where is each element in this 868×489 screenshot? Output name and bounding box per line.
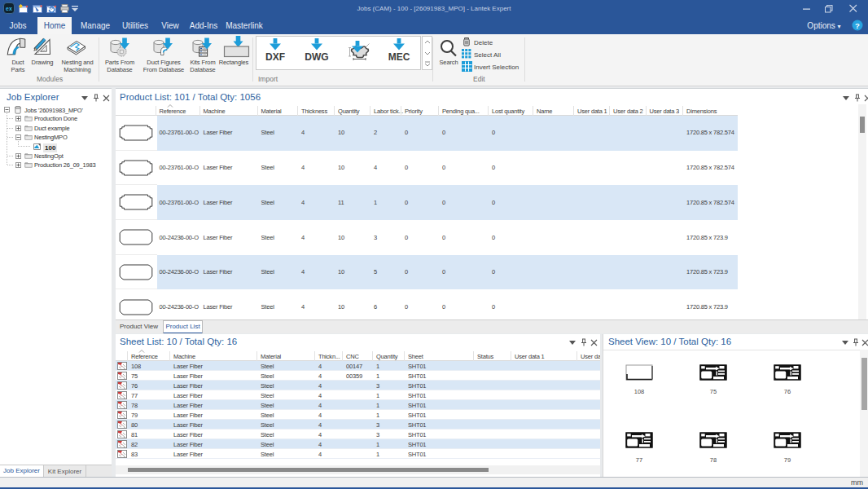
svg-text:?: ? [855,21,860,30]
